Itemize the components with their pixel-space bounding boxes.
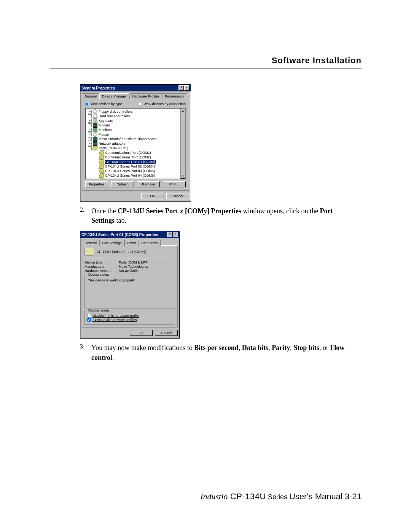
refresh-button[interactable]: Refresh — [111, 181, 134, 187]
remove-button[interactable]: Remove — [137, 181, 160, 187]
tree-item-label: ECP Printer Port (LPT1) — [105, 178, 142, 179]
tab-general[interactable]: General — [82, 240, 99, 246]
tab-general[interactable]: General — [82, 93, 99, 99]
tree-item[interactable]: CP-134U Series Port 02 (COM4) — [86, 164, 185, 169]
radio-view-by-type[interactable]: View devices by type — [85, 102, 122, 106]
tab-hardware-profiles[interactable]: Hardware Profiles — [130, 93, 162, 99]
dialog-title: CP-134U Series Port 01 (COM3) Properties — [81, 233, 158, 237]
port-properties-dialog: CP-134U Series Port 01 (COM3) Properties… — [80, 231, 180, 339]
tree-item-label: Mouse — [99, 133, 109, 136]
header-rule: Software Installation — [49, 69, 362, 69]
info-key: Hardware version: — [84, 269, 119, 273]
mon-icon — [93, 128, 97, 132]
ok-button[interactable]: OK — [130, 330, 153, 336]
radio-view-by-connection[interactable]: View devices by connection — [139, 102, 186, 106]
tab-performance[interactable]: Performance — [162, 93, 187, 99]
disk-icon — [93, 109, 97, 114]
net-icon — [93, 141, 97, 146]
tree-item-label: Ports (COM & LPT) — [99, 146, 128, 150]
radio-conn-input[interactable] — [139, 102, 143, 106]
page-header-title: Software Installation — [272, 56, 362, 66]
step-2: 2. Once the CP-134U Series Port x [COMy]… — [80, 206, 354, 225]
mouse-icon — [93, 132, 97, 137]
disable-checkbox[interactable] — [87, 314, 91, 318]
tree-item-label: CP-134U Series Port 04 (COM6) — [105, 174, 155, 177]
tree-item[interactable]: +Floppy disk controllers — [86, 109, 185, 114]
tree-item-label: Keyboard — [99, 119, 113, 123]
expand-icon[interactable]: + — [88, 119, 92, 123]
cancel-button[interactable]: Cancel — [166, 193, 189, 199]
close-icon[interactable]: × — [173, 232, 178, 237]
tree-item[interactable]: −Ports (COM & LPT) — [86, 146, 185, 150]
titlebar: System Properties ? × — [80, 85, 191, 91]
tree-item[interactable]: CP-134U Series Port 01 (COM3) — [86, 160, 185, 164]
radio-type-input[interactable] — [85, 102, 89, 106]
tree-item-label: Modem — [99, 123, 110, 127]
port-icon — [84, 248, 94, 256]
properties-button[interactable]: Properties — [85, 181, 108, 187]
tree-item[interactable]: +Modem — [86, 123, 185, 128]
port-icon — [99, 173, 104, 178]
print-button[interactable]: Print... — [163, 181, 186, 187]
tree-item[interactable]: CP-134U Series Port 04 (COM6) — [86, 173, 185, 178]
chip-icon — [93, 137, 97, 141]
device-status-group: Device status This device is working pro… — [84, 275, 175, 308]
tree-item[interactable]: Communications Port (COM1) — [86, 150, 185, 155]
titlebar: CP-134U Series Port 01 (COM3) Properties… — [80, 231, 179, 238]
info-value: Moxa Technologies — [119, 265, 148, 268]
tree-item[interactable]: CP-134U Series Port 03 (COM5) — [86, 169, 185, 173]
expand-icon[interactable]: + — [88, 110, 92, 113]
kb-icon — [93, 118, 97, 123]
scrollbar[interactable]: ▲ ▼ — [180, 109, 185, 179]
cancel-button[interactable]: Cancel — [155, 330, 178, 336]
device-usage-group: Device usage Disable in this hardware pr… — [84, 311, 175, 325]
general-panel: CP-134U Series Port 01 (COM3) Device typ… — [82, 245, 178, 328]
tree-item-label: Floppy disk controllers — [99, 110, 133, 113]
port-icon — [99, 178, 104, 179]
tree-item[interactable]: +Network adapters — [86, 141, 185, 146]
expand-icon[interactable]: + — [88, 137, 92, 141]
tree-item[interactable]: +Moxa Smartio/Industio multiport board — [86, 137, 185, 141]
scroll-up-icon[interactable]: ▲ — [181, 109, 185, 113]
ok-button[interactable]: OK — [141, 193, 164, 199]
expand-icon[interactable]: − — [88, 146, 92, 150]
info-row: Hardware version: Not available — [84, 269, 175, 273]
tree-item[interactable]: +Keyboard — [86, 118, 185, 123]
port-icon — [99, 150, 104, 155]
tree-item[interactable]: ECP Printer Port (LPT1) — [86, 178, 185, 179]
tab-resources[interactable]: Resources — [139, 240, 161, 246]
expand-icon[interactable]: + — [88, 114, 92, 118]
tree-item[interactable]: +Hard disk controllers — [86, 114, 185, 118]
expand-icon[interactable]: + — [88, 142, 92, 145]
scroll-down-icon[interactable]: ▼ — [181, 174, 185, 179]
tree-item-label: CP-134U Series Port 02 (COM4) — [105, 165, 155, 168]
tree-item[interactable]: +Monitors — [86, 128, 185, 132]
footer-model: CP-134U — [228, 492, 266, 501]
disk-icon — [93, 114, 97, 118]
info-value: Ports (COM & LPT) — [119, 260, 148, 264]
footer-series: Series — [266, 493, 289, 501]
expand-icon[interactable]: + — [88, 123, 92, 127]
help-icon[interactable]: ? — [167, 232, 172, 237]
device-status-text: This device is working properly. — [87, 278, 172, 306]
page-footer: Industio CP-134U Series User's Manual 3-… — [49, 486, 362, 502]
tab-row: General Port Settings Driver Resources — [80, 238, 179, 245]
tab-port-settings[interactable]: Port Settings — [99, 240, 124, 246]
help-icon[interactable]: ? — [178, 85, 184, 91]
tree-item[interactable]: Communications Port (COM2) — [86, 155, 185, 160]
tree-item-label: Network adapters — [99, 142, 126, 145]
expand-icon[interactable]: + — [88, 133, 92, 136]
info-row: Device type: Ports (COM & LPT) — [84, 260, 175, 264]
tab-device-manager[interactable]: Device Manager — [99, 93, 130, 99]
tree-item[interactable]: +Mouse — [86, 132, 185, 137]
close-icon[interactable]: × — [184, 85, 190, 91]
port-icon — [99, 169, 104, 173]
device-tree[interactable]: +Floppy disk controllers+Hard disk contr… — [85, 108, 186, 179]
expand-icon[interactable]: + — [88, 128, 92, 132]
tree-item-label: Monitors — [99, 128, 112, 132]
tab-row: General Device Manager Hardware Profiles… — [80, 91, 191, 99]
tree-item-label: CP-134U Series Port 03 (COM5) — [105, 169, 155, 173]
device-name: CP-134U Series Port 01 (COM3) — [97, 250, 147, 254]
tab-driver[interactable]: Driver — [124, 240, 139, 246]
exists-checkbox[interactable] — [87, 318, 91, 322]
